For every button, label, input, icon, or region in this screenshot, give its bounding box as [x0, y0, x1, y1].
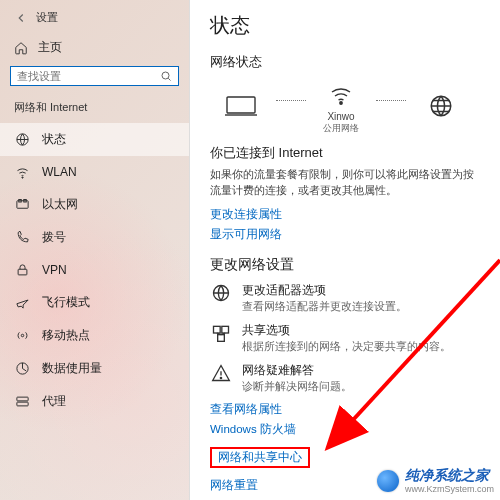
svg-rect-7: [18, 269, 27, 275]
home-label: 主页: [38, 39, 62, 56]
svg-rect-18: [222, 326, 229, 333]
link-network-sharing-center[interactable]: 网络和共享中心: [210, 447, 310, 468]
airplane-icon: [14, 295, 30, 311]
sidebar-item-dialup[interactable]: 拨号: [0, 221, 189, 254]
sharing-icon: [210, 322, 232, 344]
svg-rect-17: [214, 326, 221, 333]
setting-desc: 诊断并解决网络问题。: [242, 380, 352, 394]
sidebar-item-hotspot[interactable]: 移动热点: [0, 319, 189, 352]
svg-rect-19: [218, 335, 225, 342]
sidebar: 设置 主页 网络和 Internet 状态 WLAN: [0, 0, 190, 500]
watermark-brand: 纯净系统之家: [405, 467, 489, 483]
network-diagram: Xinwo 公用网络: [210, 81, 484, 134]
sidebar-item-wlan[interactable]: WLAN: [0, 156, 189, 188]
link-show-available-networks[interactable]: 显示可用网络: [210, 227, 484, 242]
svg-rect-12: [227, 97, 255, 113]
sidebar-item-ethernet[interactable]: 以太网: [0, 188, 189, 221]
link-view-network-props[interactable]: 查看网络属性: [210, 402, 484, 417]
ethernet-icon: [14, 197, 30, 213]
svg-rect-10: [16, 397, 27, 401]
svg-point-8: [21, 334, 24, 337]
proxy-icon: [14, 394, 30, 410]
setting-desc: 根据所连接到的网络，决定要共享的内容。: [242, 340, 451, 354]
hotspot-icon: [14, 328, 30, 344]
window-title: 设置: [36, 10, 58, 25]
data-usage-icon: [14, 361, 30, 377]
phone-icon: [14, 230, 30, 246]
vpn-icon: [14, 262, 30, 278]
wifi-icon: [14, 164, 30, 180]
globe-icon: [424, 92, 458, 120]
setting-desc: 查看网络适配器并更改连接设置。: [242, 300, 407, 314]
page-title: 状态: [210, 12, 484, 39]
back-icon[interactable]: [14, 11, 28, 25]
sidebar-item-label: 状态: [42, 131, 66, 148]
diagram-line: [276, 100, 306, 101]
link-change-conn-props[interactable]: 更改连接属性: [210, 207, 484, 222]
troubleshoot-icon: [210, 362, 232, 384]
sidebar-item-label: 代理: [42, 393, 66, 410]
connected-title: 你已连接到 Internet: [210, 144, 484, 162]
setting-title: 共享选项: [242, 322, 451, 339]
sidebar-item-label: VPN: [42, 263, 67, 277]
svg-point-14: [340, 102, 342, 104]
search-input[interactable]: [17, 70, 160, 82]
watermark: 纯净系统之家 www.KzmSystem.com: [377, 467, 494, 494]
home-icon: [14, 41, 28, 55]
diagram-line: [376, 100, 406, 101]
sidebar-item-airplane[interactable]: 飞行模式: [0, 286, 189, 319]
diagram-globe: [410, 92, 472, 122]
setting-title: 更改适配器选项: [242, 282, 407, 299]
sidebar-item-label: 移动热点: [42, 327, 90, 344]
sidebar-item-status[interactable]: 状态: [0, 123, 189, 156]
home-row[interactable]: 主页: [0, 33, 189, 66]
network-status-head: 网络状态: [210, 53, 484, 71]
sidebar-item-proxy[interactable]: 代理: [0, 385, 189, 418]
svg-point-0: [162, 72, 169, 79]
search-box[interactable]: [10, 66, 179, 86]
sidebar-item-label: 飞行模式: [42, 294, 90, 311]
sidebar-section-label: 网络和 Internet: [0, 96, 189, 123]
setting-sharing-options[interactable]: 共享选项 根据所连接到的网络，决定要共享的内容。: [210, 322, 484, 354]
setting-adapter-options[interactable]: 更改适配器选项 查看网络适配器并更改连接设置。: [210, 282, 484, 314]
diagram-router: Xinwo 公用网络: [310, 81, 372, 134]
svg-rect-11: [16, 402, 27, 406]
link-windows-firewall[interactable]: Windows 防火墙: [210, 422, 484, 437]
settings-window: 设置 主页 网络和 Internet 状态 WLAN: [0, 0, 500, 500]
sidebar-item-data-usage[interactable]: 数据使用量: [0, 352, 189, 385]
sidebar-item-vpn[interactable]: VPN: [0, 254, 189, 286]
sidebar-item-label: 以太网: [42, 196, 78, 213]
adapter-icon: [210, 282, 232, 304]
content-pane: 状态 网络状态 Xinwo 公用网络: [190, 0, 500, 500]
window-title-row: 设置: [0, 8, 189, 33]
diagram-router-name: Xinwo: [327, 111, 354, 122]
svg-point-23: [220, 377, 221, 378]
diagram-router-sub: 公用网络: [323, 124, 359, 134]
wifi-diagram-icon: [324, 81, 358, 109]
connected-desc: 如果你的流量套餐有限制，则你可以将此网络设置为按流量计费的连接，或者更改其他属性…: [210, 166, 480, 199]
search-icon: [160, 70, 172, 82]
svg-line-1: [168, 78, 170, 80]
watermark-logo-icon: [377, 470, 399, 492]
sidebar-item-label: 拨号: [42, 229, 66, 246]
diagram-pc: [210, 92, 272, 122]
svg-point-3: [21, 176, 22, 177]
status-icon: [14, 132, 30, 148]
setting-title: 网络疑难解答: [242, 362, 352, 379]
watermark-url: www.KzmSystem.com: [405, 485, 494, 494]
sidebar-item-label: 数据使用量: [42, 360, 102, 377]
change-network-settings-head: 更改网络设置: [210, 256, 484, 274]
pc-icon: [224, 92, 258, 120]
sidebar-item-label: WLAN: [42, 165, 77, 179]
setting-troubleshoot[interactable]: 网络疑难解答 诊断并解决网络问题。: [210, 362, 484, 394]
